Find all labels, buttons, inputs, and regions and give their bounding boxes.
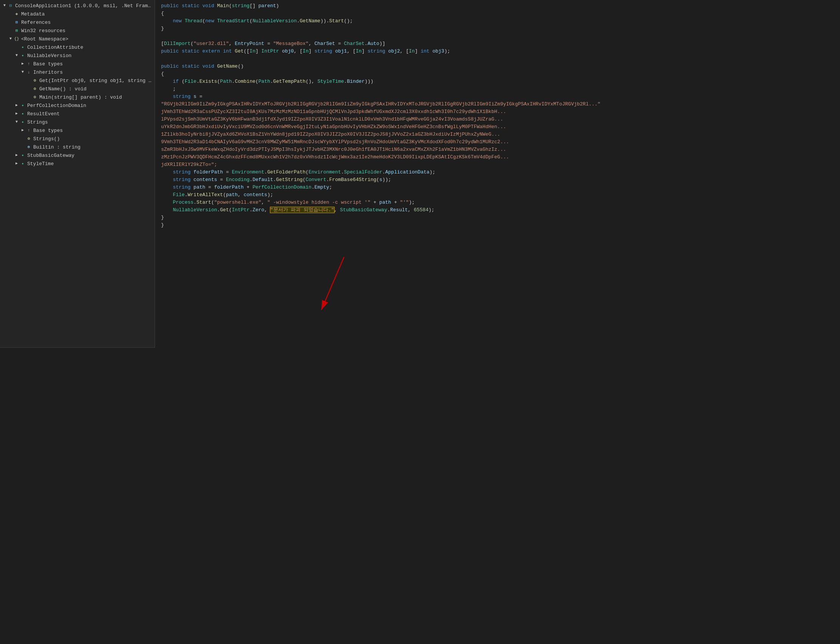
code-line: string contents = Encoding.Default.GetSt…	[155, 176, 840, 184]
code-line: public static void GetName()	[155, 63, 840, 70]
expand-icon	[8, 28, 13, 34]
node-icon: ✦	[20, 152, 26, 158]
expand-icon	[8, 11, 13, 17]
code-line: zMz1PcnJzPWV3QDFHcmZ4cGhxdzFFcmd8MUxxcWh…	[155, 153, 840, 161]
tree-item-getname1[interactable]: ⚙GetName() : void	[0, 85, 155, 93]
expand-icon: ▶	[13, 111, 20, 117]
svg-line-1	[321, 257, 344, 310]
tree-item-resultev1[interactable]: ▶✦ResultEvent	[0, 110, 155, 118]
tree-item-get1[interactable]: ⚙Get(IntPtr obj0, string obj1, string ob…	[0, 76, 155, 85]
expand-icon: ▶	[20, 127, 26, 133]
tree-item-inheritors1[interactable]: ▼↓Inheritors	[0, 68, 155, 76]
node-icon: ✦	[20, 111, 26, 117]
code-line: File.WriteAllText(path, contents);	[155, 191, 840, 199]
item-label: Strings	[27, 120, 48, 125]
expand-icon: ▼	[20, 69, 26, 75]
item-label: Base types	[33, 61, 63, 67]
code-line: "RGVjb2RlIGm9IiZm9yIGkgPSAxIHRvIDYxMToJR…	[155, 100, 840, 108]
expand-icon: ▶	[13, 161, 20, 167]
item-label: <Root Namespace>	[21, 36, 68, 42]
tree-item-nullver1[interactable]: ▼✦NullableVersion	[0, 51, 155, 60]
node-icon: ✦	[20, 102, 26, 108]
expand-icon	[26, 94, 32, 100]
code-line: }	[155, 214, 840, 222]
tree-item-main1[interactable]: ⚙Main(string[] parent) : void	[0, 93, 155, 101]
tree-item-strbases1[interactable]: ▶↑Base types	[0, 126, 155, 135]
code-line: uYkR2dnJmbGR3bHJxdiUvIyVxciU9MVZod0d6cnV…	[155, 123, 840, 131]
code-line: jVmh3TEhWd2R3aCssPUZycXZ3I2tuI0AjKUs7MzM…	[155, 108, 840, 116]
expand-icon: ▼	[13, 53, 20, 59]
node-icon: ✦	[20, 53, 26, 59]
code-line: 9Vmh3TEhWd2R3aD14bCNAIyV6aG9vMHZ3cnV8MWZ…	[155, 138, 840, 146]
node-icon: ✦	[20, 119, 26, 125]
code-line: new Thread(new ThreadStart(NullableVersi…	[155, 17, 840, 25]
expand-icon	[26, 86, 32, 92]
item-label: ConsoleApplication1 (1.0.0.0, msil, .Net…	[15, 3, 153, 9]
item-label: Base types	[33, 128, 63, 133]
code-line: 1Z1lkb3hoIyNrbi8jJVZyaXd6ZHVoX1BsZ1VnYWd…	[155, 131, 840, 138]
node-icon: ✦	[20, 161, 26, 167]
code-line: jdXRlIERlY29kZTo=";	[155, 161, 840, 169]
item-label: StyleTime	[27, 161, 54, 167]
tree-item-rootns1[interactable]: ▼{}<Root Namespace>	[0, 35, 155, 43]
tree-item-builtin1[interactable]: ⊕Builtin : string	[0, 143, 155, 151]
node-icon: ⚙	[32, 77, 38, 84]
node-icon: ⚙	[32, 86, 38, 92]
tree-item-proj1[interactable]: ▼⊟ConsoleApplication1 (1.0.0.0, msil, .N…	[0, 2, 155, 10]
tree-item-references1[interactable]: ⊞References	[0, 18, 155, 26]
expand-icon: ▶	[13, 152, 20, 158]
code-line: if (File.Exists(Path.Combine(Path.GetTem…	[155, 78, 840, 85]
item-label: CollectionAttribute	[27, 44, 83, 50]
tree-item-collattr1[interactable]: ✦CollectionAttribute	[0, 43, 155, 51]
code-line: string s =	[155, 93, 840, 100]
node-icon: ↑	[26, 61, 32, 67]
item-label: NullableVersion	[27, 53, 71, 59]
code-line: }	[155, 222, 840, 229]
expand-icon	[26, 77, 32, 84]
item-label: ResultEvent	[27, 111, 60, 117]
node-icon: ◈	[13, 11, 20, 17]
code-line: public static void Main(string[] parent)	[155, 2, 840, 10]
code-line: sZmR3bHJxJSw9MVFkeWxqZHdoIyVrd3dzPTIyJSM…	[155, 146, 840, 153]
code-line: {	[155, 10, 840, 17]
tree-item-strings1[interactable]: ▼✦Strings	[0, 118, 155, 126]
item-label: Win32 resources	[21, 28, 66, 34]
expand-icon: ▼	[8, 36, 13, 42]
node-icon: ⚙	[26, 136, 32, 142]
code-line: }	[155, 25, 840, 33]
item-label: Get(IntPtr obj0, string obj1, string obj…	[39, 78, 153, 84]
expand-icon	[20, 136, 26, 142]
tree-item-basetypes1[interactable]: ▶↑Base types	[0, 60, 155, 68]
item-label: References	[21, 20, 51, 25]
item-label: Builtin : string	[33, 145, 81, 150]
code-line: lPVpsd2sjSmh3UmVtaGZ3KyV6bHFwanB3dj1fdXJ…	[155, 116, 840, 123]
expand-icon: ▶	[20, 61, 26, 67]
node-icon: ⊕	[26, 144, 32, 150]
code-line	[155, 55, 840, 63]
tree-item-metadata1[interactable]: ◈Metadata	[0, 10, 155, 18]
code-line: Process.Start("powershell.exe", " -windo…	[155, 199, 840, 206]
tree-item-stringsm1[interactable]: ⚙Strings()	[0, 135, 155, 143]
tree-item-styletime1[interactable]: ▶✦StyleTime	[0, 159, 155, 168]
item-label: GetName() : void	[39, 86, 87, 92]
item-label: Strings()	[33, 136, 60, 142]
code-line: NullableVersion.Get(IntPtr.Zero, "문서가 파괴…	[155, 206, 840, 214]
tree-item-win32_1[interactable]: ⊞Win32 resources	[0, 26, 155, 35]
item-label: StubBasicGateway	[27, 153, 74, 158]
node-icon: ↓	[26, 69, 32, 75]
expand-icon	[13, 44, 20, 50]
code-line	[155, 33, 840, 40]
node-icon: ✦	[20, 44, 26, 50]
expand-icon: ▼	[2, 3, 8, 9]
item-label: Metadata	[21, 12, 44, 17]
tree-item-perfcol1[interactable]: ▶✦PerfCollectionDomain	[0, 101, 155, 110]
code-line: public static extern int Get([In] IntPtr…	[155, 48, 840, 55]
item-label: Main(string[] parent) : void	[39, 94, 122, 100]
node-icon: ⊟	[8, 3, 13, 9]
code-line: string path = folderPath + PerfCollectio…	[155, 184, 840, 191]
code-line: ;	[155, 85, 840, 93]
item-label: PerfCollectionDomain	[27, 103, 86, 108]
node-icon: ⊞	[13, 28, 20, 34]
expand-icon	[20, 144, 26, 150]
tree-item-stubbasic1[interactable]: ▶✦StubBasicGateway	[0, 151, 155, 159]
